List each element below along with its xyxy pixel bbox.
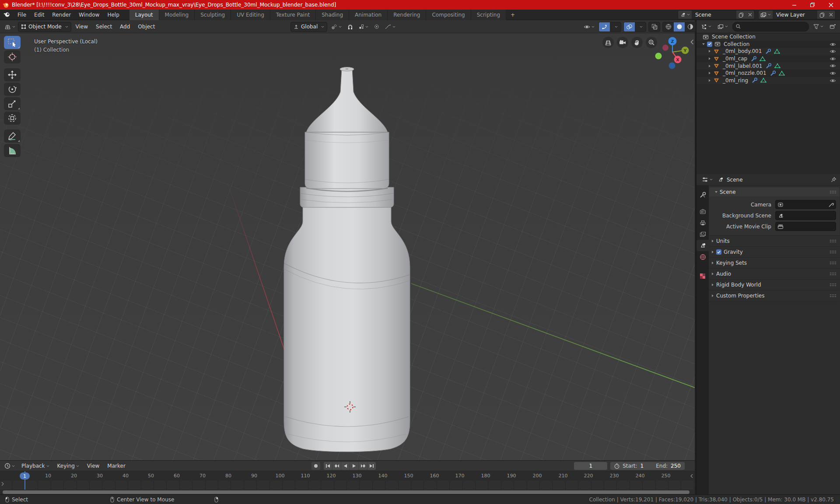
tool-cursor[interactable] xyxy=(4,50,21,63)
section-audio[interactable]: Audio xyxy=(709,268,840,279)
mesh-data-icon[interactable] xyxy=(774,63,780,69)
expand-arrow-icon[interactable] xyxy=(709,65,710,67)
properties-editor-type-button[interactable] xyxy=(700,176,714,183)
timeline-scrollbar-thumb[interactable] xyxy=(3,490,690,494)
tool-scale[interactable] xyxy=(4,97,21,110)
timeline-menu-view[interactable]: View xyxy=(84,463,102,469)
toggle-perspective-icon[interactable] xyxy=(602,37,614,48)
tab-shading[interactable]: Shading xyxy=(316,10,349,20)
pin-icon[interactable] xyxy=(831,177,836,182)
panel-drag-grip[interactable] xyxy=(830,190,836,194)
add-workspace-button[interactable]: + xyxy=(506,10,519,20)
mesh-data-icon[interactable] xyxy=(760,77,766,83)
modifier-wrench-icon[interactable] xyxy=(765,49,771,54)
tab-compositing[interactable]: Compositing xyxy=(426,10,471,20)
viewport-menu-object[interactable]: Object xyxy=(134,24,158,30)
delete-view-layer-button[interactable] xyxy=(827,10,835,19)
panel-drag-grip[interactable] xyxy=(830,294,836,298)
show-overlays-toggle[interactable] xyxy=(624,22,635,32)
object-visibility-selector[interactable] xyxy=(582,24,596,30)
active-movie-clip-field[interactable] xyxy=(775,222,836,231)
transform-orientation-selector[interactable]: Global xyxy=(290,22,327,32)
show-gizmo-toggle[interactable] xyxy=(599,22,610,32)
current-frame-field[interactable]: 1 xyxy=(574,462,607,470)
tab-scene-properties[interactable] xyxy=(696,240,709,251)
tool-rotate[interactable] xyxy=(4,83,21,96)
hide-in-viewport-toggle[interactable] xyxy=(830,42,836,47)
hide-in-viewport-toggle[interactable] xyxy=(830,78,836,83)
background-scene-field[interactable] xyxy=(775,211,836,220)
panel-drag-grip[interactable] xyxy=(830,239,836,243)
panel-drag-grip[interactable] xyxy=(830,250,836,254)
outliner-row-object[interactable]: _0ml_label.001 xyxy=(696,62,840,70)
section-custom-properties[interactable]: Custom Properties xyxy=(709,290,840,301)
shading-material-button[interactable] xyxy=(685,22,696,32)
expand-arrow-icon[interactable] xyxy=(709,79,710,82)
menu-edit[interactable]: Edit xyxy=(30,12,48,18)
scene-panel-header[interactable]: Scene xyxy=(709,187,840,196)
section-units[interactable]: Units xyxy=(709,235,840,246)
expand-arrow-icon[interactable] xyxy=(709,50,710,52)
collapse-arrow-icon[interactable] xyxy=(702,43,705,45)
tab-layout[interactable]: Layout xyxy=(130,10,159,20)
timeline-editor-type-button[interactable] xyxy=(3,462,17,470)
scene-icon[interactable] xyxy=(678,10,692,19)
hide-in-viewport-toggle[interactable] xyxy=(830,49,836,54)
scene-name[interactable]: Scene xyxy=(692,10,736,19)
tool-move[interactable] xyxy=(4,68,21,81)
modifier-wrench-icon[interactable] xyxy=(751,56,757,62)
section-keying-sets[interactable]: Keying Sets xyxy=(709,257,840,268)
end-frame-value[interactable]: 250 xyxy=(671,463,681,469)
view-layer-icon[interactable] xyxy=(759,10,773,19)
tab-texture-properties[interactable] xyxy=(696,270,709,282)
view-layer-name[interactable]: View Layer xyxy=(773,10,817,19)
outliner-row-object[interactable]: _0ml_ring xyxy=(696,77,840,84)
mode-selector[interactable]: Object Mode xyxy=(18,22,71,32)
panel-drag-grip[interactable] xyxy=(830,261,836,265)
new-collection-button[interactable] xyxy=(828,23,837,30)
timeline-collapse-arrow[interactable] xyxy=(690,474,693,478)
tab-view-layer-properties[interactable] xyxy=(696,228,709,240)
snap-toggle-magnet-icon[interactable] xyxy=(346,23,355,31)
mesh-data-icon[interactable] xyxy=(760,56,766,62)
tab-sculpting[interactable]: Sculpting xyxy=(195,10,231,20)
tool-annotate[interactable] xyxy=(4,130,21,143)
pan-view-icon[interactable] xyxy=(631,37,643,48)
shading-wireframe-button[interactable] xyxy=(663,22,674,32)
mesh-data-icon[interactable] xyxy=(779,70,785,76)
timeline-menu-playback[interactable]: Playback xyxy=(18,463,52,469)
channels-expand-arrow[interactable] xyxy=(1,482,4,486)
editor-type-button[interactable] xyxy=(3,23,17,31)
new-scene-button[interactable] xyxy=(736,10,746,19)
snap-settings-selector[interactable] xyxy=(357,23,370,30)
tool-transform[interactable] xyxy=(4,112,21,125)
tab-output-properties[interactable] xyxy=(696,217,709,228)
tab-render-properties[interactable] xyxy=(696,206,709,217)
timeline-tracks[interactable] xyxy=(0,481,695,490)
panel-drag-grip[interactable] xyxy=(830,283,836,287)
proportional-editing-icon[interactable] xyxy=(372,23,381,30)
expand-arrow-icon[interactable] xyxy=(709,72,710,74)
outliner-row-object[interactable]: _0ml_cap xyxy=(696,55,840,63)
jump-to-end-button[interactable] xyxy=(368,462,376,470)
camera-view-icon[interactable] xyxy=(617,37,628,48)
previous-keyframe-button[interactable] xyxy=(332,462,341,470)
current-frame-badge[interactable]: 1 xyxy=(20,472,30,480)
section-gravity[interactable]: Gravity xyxy=(709,246,840,257)
proportional-falloff-selector[interactable] xyxy=(383,23,397,30)
play-button[interactable] xyxy=(350,462,359,470)
start-frame-value[interactable]: 1 xyxy=(640,463,644,469)
outliner-row-scene-collection[interactable]: Scene Collection xyxy=(696,33,840,41)
outliner-filter-selector[interactable] xyxy=(812,23,825,30)
sidebar-collapse-arrow[interactable] xyxy=(690,39,694,45)
blender-menu-icon[interactable] xyxy=(4,12,10,18)
new-view-layer-button[interactable] xyxy=(817,10,827,19)
viewport-menu-add[interactable]: Add xyxy=(116,24,133,30)
minimize-button[interactable] xyxy=(785,0,803,10)
tab-scripting[interactable]: Scripting xyxy=(471,10,506,20)
camera-field[interactable] xyxy=(775,200,836,209)
modifier-wrench-icon[interactable] xyxy=(766,63,772,69)
outliner-search-input[interactable] xyxy=(732,22,809,32)
tab-modeling[interactable]: Modeling xyxy=(159,10,195,20)
timeline-ruler[interactable]: 10 20 30 40 50 60 70 80 90 100 110 120 1… xyxy=(0,471,695,481)
